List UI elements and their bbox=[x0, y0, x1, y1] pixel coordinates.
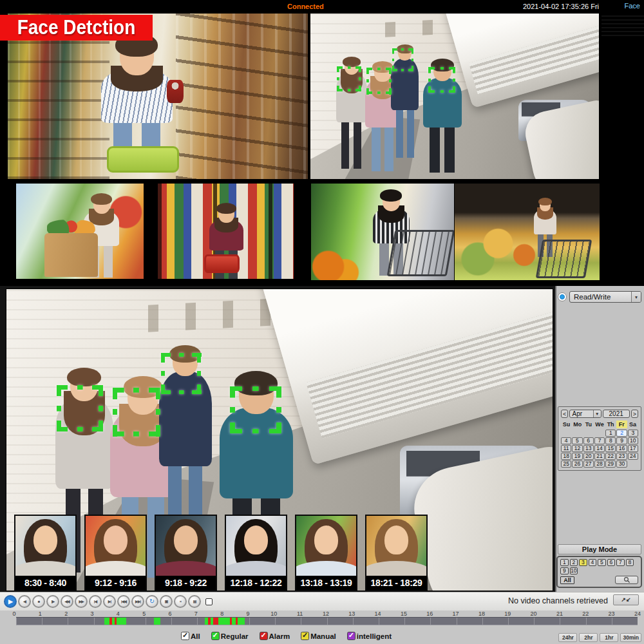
channel-button[interactable]: 10 bbox=[570, 567, 578, 574]
dropdown-arrow-icon[interactable]: ▼ bbox=[631, 292, 641, 302]
check-icon: ✓ bbox=[182, 632, 188, 639]
detected-face-thumbnail[interactable]: 9:12 - 9:16 bbox=[84, 515, 147, 591]
calendar-date[interactable]: 17 bbox=[628, 445, 638, 452]
face-thumbnail[interactable] bbox=[601, 15, 644, 17]
archive-button[interactable]: ▤ bbox=[188, 595, 201, 608]
loop-button[interactable]: ↻ bbox=[146, 595, 158, 608]
hdd-mode-dropdown[interactable]: Read/Write ▼ bbox=[569, 291, 641, 303]
calendar-date[interactable]: 12 bbox=[572, 445, 582, 452]
calendar-date[interactable]: 19 bbox=[572, 453, 582, 460]
calendar-date[interactable]: 4 bbox=[561, 437, 571, 444]
playback-button-icon: |◀◀ bbox=[121, 600, 126, 603]
hdd-radio[interactable] bbox=[558, 292, 567, 301]
calendar-date[interactable]: 25 bbox=[561, 460, 571, 468]
calendar-date[interactable]: 9 bbox=[616, 437, 627, 444]
filter-toggle[interactable]: ✓ Regular bbox=[211, 632, 249, 640]
calendar-date[interactable]: 26 bbox=[572, 460, 582, 468]
face-thumbnail[interactable] bbox=[601, 35, 644, 36]
filter-checkbox[interactable]: ✓ bbox=[211, 632, 220, 640]
channel-button[interactable]: 9 bbox=[560, 567, 569, 574]
calendar-day-name: We bbox=[594, 421, 605, 428]
calendar-month-dropdown[interactable]: Apr ▼ bbox=[569, 410, 601, 418]
search-button[interactable] bbox=[615, 576, 638, 584]
refresh-channels-button[interactable]: ↗ ↙ bbox=[613, 594, 639, 605]
detected-face-thumbnail[interactable]: 18:21 - 18:29 bbox=[365, 515, 428, 591]
stop-button[interactable]: ■ bbox=[32, 595, 45, 608]
channel-button[interactable]: 8 bbox=[626, 559, 634, 566]
calendar-date[interactable]: 28 bbox=[594, 460, 605, 468]
range-button[interactable]: 1hr bbox=[600, 633, 618, 642]
detected-face-thumbnail[interactable]: 12:18 - 12:22 bbox=[225, 515, 287, 591]
calendar-year-field[interactable]: 2021 bbox=[603, 410, 630, 418]
clip-button[interactable]: ▣ bbox=[160, 595, 173, 608]
calendar-date[interactable]: 20 bbox=[583, 453, 594, 460]
detected-face-thumbnail[interactable]: 9:18 - 9:22 bbox=[155, 515, 217, 591]
range-button[interactable]: 30min bbox=[620, 633, 641, 642]
prev-frame-button[interactable]: |◀ bbox=[89, 595, 102, 608]
calendar-date[interactable]: 22 bbox=[605, 453, 616, 460]
filter-toggle[interactable]: ✓ intelligent bbox=[347, 632, 392, 640]
timeline-bar[interactable] bbox=[16, 617, 638, 625]
close-button[interactable]: × bbox=[174, 595, 187, 608]
calendar-date[interactable]: 3 bbox=[628, 430, 638, 437]
rewind-button[interactable]: ◀◀ bbox=[61, 595, 73, 608]
calendar-date[interactable]: 2 bbox=[616, 430, 627, 437]
filter-toggle[interactable]: ✓ Alarm bbox=[260, 632, 290, 640]
dropdown-arrow-icon[interactable]: ▼ bbox=[593, 410, 601, 417]
calendar-date[interactable]: 23 bbox=[616, 453, 627, 460]
channel-button[interactable]: 7 bbox=[616, 559, 625, 566]
face-thumbnail[interactable] bbox=[601, 23, 644, 24]
calendar-date[interactable]: 30 bbox=[616, 460, 627, 468]
calendar-next-button[interactable]: > bbox=[631, 410, 638, 418]
calendar-date[interactable]: 5 bbox=[572, 437, 582, 444]
channel-button[interactable]: 5 bbox=[598, 559, 606, 566]
calendar-date[interactable]: 16 bbox=[616, 445, 627, 452]
calendar-date[interactable]: 24 bbox=[628, 453, 638, 460]
fast-forward-button[interactable]: ▶▶ bbox=[75, 595, 88, 608]
calendar-date[interactable]: 27 bbox=[583, 460, 594, 468]
shoulders-shape bbox=[296, 561, 356, 576]
calendar-date[interactable]: 1 bbox=[605, 430, 616, 437]
calendar-date[interactable]: 6 bbox=[583, 437, 594, 444]
legs-shape bbox=[430, 128, 455, 173]
filter-checkbox[interactable]: ✓ bbox=[301, 632, 309, 640]
all-channels-button[interactable]: All bbox=[560, 576, 574, 584]
play-button[interactable]: ▶ bbox=[4, 595, 17, 608]
slow-play-button[interactable]: |▶ bbox=[46, 595, 59, 608]
detected-face-thumbnail[interactable]: 8:30 - 8:40 bbox=[14, 515, 77, 591]
calendar-date[interactable]: 18 bbox=[561, 453, 571, 460]
calendar-date[interactable]: 11 bbox=[561, 445, 571, 452]
playback-checkbox[interactable] bbox=[205, 598, 213, 605]
channel-button[interactable]: 2 bbox=[570, 559, 578, 566]
prev-record-button[interactable]: |◀◀ bbox=[117, 595, 130, 608]
filter-checkbox[interactable]: ✓ bbox=[260, 632, 268, 640]
calendar-date[interactable]: 7 bbox=[594, 437, 605, 444]
channel-button[interactable]: 3 bbox=[579, 559, 587, 566]
calendar-date[interactable]: 15 bbox=[605, 445, 616, 452]
filter-checkbox[interactable]: ✓ bbox=[181, 632, 189, 640]
calendar-date[interactable]: 14 bbox=[594, 445, 605, 452]
filter-toggle[interactable]: ✓ All bbox=[181, 632, 200, 640]
calendar-date[interactable]: 21 bbox=[594, 453, 605, 460]
channel-button[interactable]: 4 bbox=[589, 559, 597, 566]
play-mode-button[interactable]: Play Mode bbox=[558, 544, 641, 554]
calendar-prev-button[interactable]: < bbox=[561, 410, 568, 418]
channel-button[interactable]: 6 bbox=[607, 559, 616, 566]
next-frame-button[interactable]: ▶| bbox=[103, 595, 116, 608]
range-button[interactable]: 2hr bbox=[579, 633, 598, 642]
filter-toggle[interactable]: ✓ Manual bbox=[301, 632, 336, 640]
detected-face-thumbnail[interactable]: 13:18 - 13:19 bbox=[295, 515, 357, 591]
face-thumbnail[interactable] bbox=[601, 31, 644, 32]
channel-button[interactable]: 1 bbox=[560, 559, 569, 566]
calendar-date[interactable]: 29 bbox=[605, 460, 616, 468]
calendar-date[interactable]: 8 bbox=[605, 437, 616, 444]
next-record-button[interactable]: ▶▶| bbox=[131, 595, 144, 608]
calendar-date[interactable]: 13 bbox=[583, 445, 594, 452]
reverse-play-button[interactable]: ◀ bbox=[18, 595, 31, 608]
face-shape bbox=[33, 526, 57, 554]
filter-checkbox[interactable]: ✓ bbox=[347, 632, 355, 640]
range-button[interactable]: 24hr bbox=[558, 633, 577, 642]
face-thumbnail[interactable] bbox=[601, 27, 644, 28]
calendar-date[interactable]: 10 bbox=[628, 437, 638, 444]
face-thumbnail[interactable] bbox=[601, 19, 644, 21]
